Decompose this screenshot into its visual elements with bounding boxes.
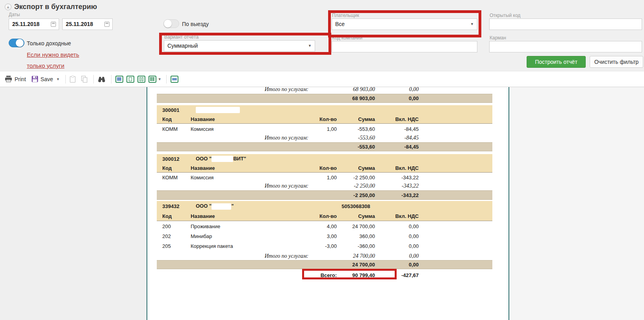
filter-panel: ▲ Экспорт в бухгалтерию Даты 25.11.2018 … — [0, 0, 644, 71]
report-variant-value: Суммарный — [167, 43, 198, 49]
col-header-code: Код — [157, 116, 191, 122]
annotation-note-line2: только услуги — [27, 62, 64, 69]
table-row: 200 Проживание 4,00 24 700,00 0,00 — [157, 221, 492, 231]
payer-value: Все — [335, 21, 345, 27]
section-id: 339432 — [157, 203, 191, 209]
by-departure-toggle[interactable] — [163, 19, 179, 28]
payer-label: Плательщик — [332, 13, 359, 18]
band-vat: 0,00 — [375, 262, 419, 268]
find-button[interactable] — [98, 76, 106, 82]
band-sum: 68 903,00 — [337, 95, 375, 101]
app-window: ▲ Экспорт в бухгалтерию Даты 25.11.2018 … — [0, 0, 644, 320]
col-header-qty: Кол-во — [281, 213, 337, 219]
section-name-suffix: ВИТ" — [233, 156, 246, 162]
view-two-pages-button[interactable] — [137, 76, 145, 83]
save-icon — [32, 76, 38, 82]
row-code: 202 — [157, 233, 191, 239]
subtotal-band: 68 903,00 0,00 — [157, 94, 492, 103]
chevron-down-icon: ▼ — [308, 41, 312, 51]
chevron-down-icon[interactable]: ▼ — [56, 77, 60, 81]
band-sum: -2 250,00 — [337, 192, 375, 198]
subtotal-vat: -343,22 — [375, 183, 419, 189]
annotation-note-line1: Если нужно видеть — [27, 51, 79, 58]
report-variant-select[interactable]: Суммарный ▼ — [164, 40, 315, 52]
row-sum: -2 250,00 — [337, 175, 375, 180]
clear-filter-button[interactable]: Очистить фильтр — [590, 56, 643, 68]
redacted-name — [212, 156, 233, 162]
binoculars-icon — [98, 76, 106, 82]
collapse-panel-icon[interactable]: ▲ — [5, 4, 11, 10]
date-to-value: 25.11.2018 — [66, 21, 93, 27]
grand-total-sum: 90 799,40 — [337, 272, 375, 278]
subtotal-label: Итого по услугам: — [157, 183, 337, 189]
row-vat: 0,00 — [375, 243, 419, 249]
paste-button-disabled — [70, 76, 76, 83]
row-code: 200 — [157, 223, 191, 229]
build-report-button[interactable]: Построить отчёт — [527, 56, 586, 68]
section-name-prefix: ООО " — [196, 203, 212, 209]
grand-total-vat: -427,67 — [375, 272, 419, 278]
view-multi-page-button[interactable] — [148, 76, 156, 83]
col-header-name: Название — [191, 213, 281, 219]
company-code-input[interactable] — [332, 41, 477, 52]
clipboard-icon — [70, 76, 76, 83]
by-departure-label: По выезду — [182, 21, 209, 27]
payer-select[interactable]: Все ▼ — [332, 19, 477, 30]
print-button[interactable]: Print — [5, 76, 26, 82]
toggle-knob — [16, 39, 24, 47]
date-from-value: 25.11.2018 — [12, 21, 39, 27]
subtotal-band: -553,60 -84,45 — [157, 142, 492, 151]
subtotal-vat: 0,00 — [375, 253, 419, 259]
date-to-field[interactable]: 25.11.2018 — [62, 19, 113, 30]
subtotal-sum: 24 700,00 — [337, 253, 375, 259]
row-name: Комиссия — [191, 126, 281, 132]
row-vat: 0,00 — [375, 223, 419, 229]
save-button[interactable]: Save ▼ — [32, 76, 60, 82]
toolbar-separator — [111, 75, 111, 84]
row-sum: 360,00 — [337, 233, 375, 239]
dates-label: Даты — [9, 12, 20, 17]
subtotal-sum: 68 903,00 — [337, 87, 375, 93]
row-name: Комиссия — [191, 175, 281, 180]
toggle-knob — [164, 20, 172, 28]
chevron-down-icon[interactable]: ▼ — [158, 77, 161, 81]
copy-icon — [81, 76, 88, 83]
page-view-icon — [117, 77, 121, 81]
row-qty: 4,00 — [281, 223, 337, 229]
pocket-input[interactable] — [489, 41, 642, 52]
view-single-page-button[interactable] — [115, 76, 123, 83]
multi-page-view-icon — [150, 77, 154, 81]
redacted-name — [212, 203, 231, 210]
view-page-width-button[interactable] — [171, 76, 178, 83]
two-page-view-icon — [139, 77, 143, 81]
view-continuous-button[interactable] — [126, 76, 134, 83]
calendar-icon[interactable] — [51, 22, 56, 27]
col-header-code: Код — [157, 165, 191, 171]
section-id: 300001 — [157, 107, 191, 113]
calendar-icon[interactable] — [104, 22, 109, 27]
col-header-qty: Кол-во — [281, 116, 337, 122]
chevron-down-icon: ▼ — [470, 19, 474, 30]
row-name: Проживание — [191, 223, 281, 229]
report-variant-label: Вариант отчёта — [164, 34, 199, 40]
subtotal-band: 24 700,00 0,00 — [157, 260, 492, 269]
date-from-field[interactable]: 25.11.2018 — [9, 19, 59, 30]
subtotal-label: Итого по услугам: — [157, 135, 337, 141]
row-qty: -3,00 — [281, 243, 337, 249]
subtotal-sum: -553,60 — [337, 135, 375, 141]
continuous-view-icon — [129, 77, 132, 81]
open-code-input[interactable] — [489, 19, 642, 30]
band-vat: -343,22 — [375, 192, 419, 198]
toolbar-separator — [93, 75, 94, 84]
only-income-toggle[interactable] — [9, 39, 24, 47]
subtotal-vat: -84,45 — [375, 135, 419, 141]
report-viewer: Итого по услугам: 68 903,00 0,00 68 903,… — [0, 87, 644, 320]
open-code-label: Открытый код — [490, 13, 520, 18]
row-vat: -343,22 — [375, 175, 419, 180]
row-name: Минибар — [191, 233, 281, 239]
viewer-background — [509, 87, 644, 320]
row-vat: -84,45 — [375, 126, 419, 132]
section-name: ООО "ВИТ" — [191, 156, 337, 162]
col-header-sum: Сумма — [337, 116, 375, 122]
band-sum: 24 700,00 — [337, 262, 375, 268]
